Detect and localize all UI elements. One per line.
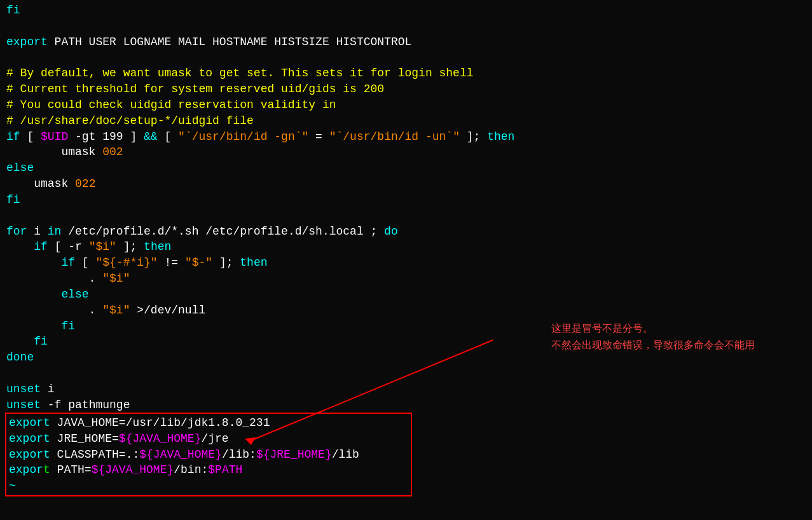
line-blank-3 [6,208,806,224]
line-if-uid: if [ $UID -gt 199 ] && [ "`/usr/bin/id -… [6,129,806,145]
line-fi-2: fi [6,192,806,208]
hl-line-2: export JRE_HOME=${JAVA_HOME}/jre [9,431,408,447]
hl-line-4: export PATH=${JAVA_HOME}/bin:$PATH [9,462,408,478]
line-if-r: if [ -r "$i" ]; then [6,239,806,255]
line-umask-002: umask 002 [6,144,806,160]
line-export-path: export PATH USER LOGNAME MAIL HOSTNAME H… [6,34,806,50]
line-else: else [6,160,806,176]
line-blank-1 [6,18,806,34]
terminal: fi export PATH USER LOGNAME MAIL HOSTNAM… [0,0,812,520]
hl-line-tilde: ~ [9,478,408,494]
line-unset-i: unset i [6,381,806,397]
line-dot-i-dev: . "$i" >/dev/null [6,303,806,318]
line-comment-4: # /usr/share/doc/setup-*/uidgid file [6,113,806,129]
line-blank-4 [6,366,806,381]
highlighted-export-block: export JAVA_HOME=/usr/lib/jdk1.8.0_231 e… [5,413,412,496]
line-for: for i in /etc/profile.d/*.sh /etc/profil… [6,224,806,240]
hl-line-1: export JAVA_HOME=/usr/lib/jdk1.8.0_231 [9,415,408,431]
annotation-line-1: 这里是冒号不是分号。 [551,320,755,337]
line-fi-top: fi [6,3,806,18]
annotation-text: 这里是冒号不是分号。 不然会出现致命错误，导致很多命令会不能用 [551,320,755,353]
line-unset-f: unset -f pathmunge [6,397,806,413]
line-umask-022: umask 022 [6,176,806,192]
line-blank-2 [6,50,806,65]
line-if-hash: if [ "${-#*i}" != "$-" ]; then [6,255,806,271]
line-else-2: else [6,287,806,303]
hl-line-3: export CLASSPATH=.:${JAVA_HOME}/lib:${JR… [9,447,408,463]
annotation-line-2: 不然会出现致命错误，导致很多命令会不能用 [551,337,755,353]
line-comment-1: # By default, we want umask to get set. … [6,65,806,81]
line-comment-2: # Current threshold for system reserved … [6,81,806,97]
line-comment-3: # You could check uidgid reservation val… [6,97,806,113]
line-dot-i: . "$i" [6,271,806,287]
code-area: fi export PATH USER LOGNAME MAIL HOSTNAM… [0,3,812,413]
